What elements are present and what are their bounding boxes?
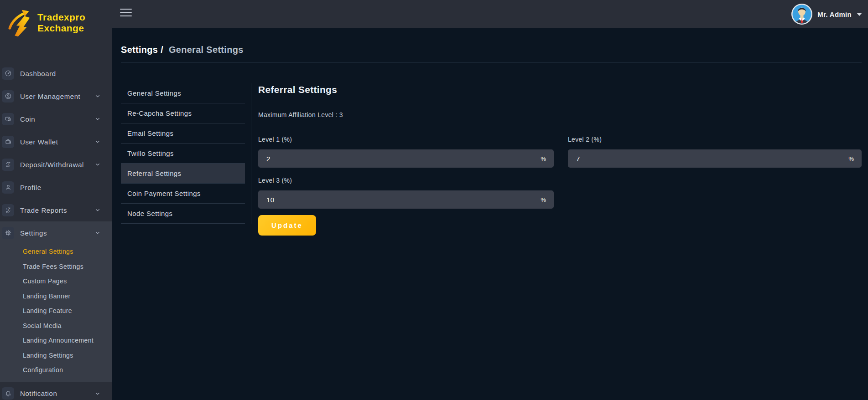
- referral-settings-panel: Referral Settings Maximum Affiliation Le…: [258, 84, 862, 236]
- tab-node-settings[interactable]: Node Settings: [121, 204, 245, 224]
- chevron-down-icon: [94, 93, 101, 99]
- brand-name-line2: Exchange: [37, 23, 85, 34]
- sidebar-item-profile[interactable]: Profile: [0, 176, 112, 199]
- level-2-label: Level 2 (%): [568, 136, 862, 143]
- sidebar-item-notification[interactable]: Notification: [0, 382, 112, 400]
- chevron-down-icon: [94, 138, 101, 145]
- deposit-withdrawal-icon: $: [2, 159, 14, 171]
- brand-logo[interactable]: Tradexpro Exchange: [0, 0, 112, 46]
- sidebar-item-trade-reports[interactable]: $ Trade Reports: [0, 199, 112, 221]
- user-menu[interactable]: Mr. Admin: [791, 0, 862, 28]
- tab-recapcha-settings[interactable]: Re-Capcha Settings: [121, 103, 245, 123]
- user-name: Mr. Admin: [817, 10, 852, 18]
- main-content: Settings / General Settings General Sett…: [112, 28, 868, 400]
- referral-fields: Level 1 (%) % Level 2 (%) % Level 3 (%) …: [258, 136, 862, 209]
- percent-suffix: %: [848, 155, 854, 162]
- sidebar-subitem-landing-announcement[interactable]: Landing Announcement: [0, 333, 112, 348]
- svg-text:$: $: [7, 164, 9, 166]
- level-3-field: Level 3 (%) %: [258, 177, 554, 209]
- breadcrumb-section: Settings /: [121, 45, 163, 55]
- sidebar-item-label: User Wallet: [20, 138, 94, 146]
- sidebar-subitem-social-media[interactable]: Social Media: [0, 318, 112, 333]
- sidebar-item-label: Profile: [20, 184, 101, 191]
- chevron-down-icon: [94, 390, 101, 397]
- sidebar-subitem-landing-settings[interactable]: Landing Settings: [0, 348, 112, 363]
- sidebar-item-label: Deposit/Withdrawal: [20, 161, 94, 169]
- sidebar-subitem-general-settings[interactable]: General Settings: [0, 244, 112, 259]
- sidebar-subitem-landing-banner[interactable]: Landing Banner: [0, 289, 112, 304]
- breadcrumb-divider: [121, 62, 862, 63]
- level-1-label: Level 1 (%): [258, 136, 554, 143]
- sidebar-item-label: User Management: [20, 92, 94, 100]
- brand-logo-icon: [6, 8, 36, 37]
- settings-icon: [2, 227, 14, 239]
- sidebar: Tradexpro Exchange Dashboard User Manage…: [0, 0, 112, 400]
- user-management-icon: [2, 90, 14, 103]
- breadcrumb: Settings / General Settings: [121, 45, 244, 55]
- panel-title: Referral Settings: [258, 84, 862, 95]
- settings-tab-list: General Settings Re-Capcha Settings Emai…: [121, 83, 251, 224]
- sidebar-settings-group: Settings General Settings Trade Fees Set…: [0, 221, 112, 382]
- chevron-down-icon: [94, 116, 101, 122]
- sidebar-item-settings[interactable]: Settings: [0, 221, 112, 244]
- tab-coin-payment-settings[interactable]: Coin Payment Settings: [121, 184, 245, 204]
- chevron-down-icon: [94, 207, 101, 213]
- sidebar-item-label: Dashboard: [20, 70, 101, 77]
- chevron-down-icon: [94, 230, 101, 236]
- level-2-input[interactable]: [568, 149, 862, 168]
- sidebar-item-coin[interactable]: $ Coin: [0, 108, 112, 130]
- sidebar-subitem-custom-pages[interactable]: Custom Pages: [0, 274, 112, 289]
- sidebar-subitem-trade-fees-settings[interactable]: Trade Fees Settings: [0, 259, 112, 274]
- sidebar-subitem-landing-feature[interactable]: Landing Feature: [0, 303, 112, 318]
- percent-suffix: %: [541, 196, 546, 203]
- tab-general-settings[interactable]: General Settings: [121, 83, 245, 103]
- sidebar-item-label: Coin: [20, 115, 94, 123]
- max-affiliation-text: Maximum Affiliation Level : 3: [258, 111, 862, 118]
- avatar: [791, 4, 812, 25]
- brand-name-line1: Tradexpro: [37, 12, 85, 23]
- tab-referral-settings[interactable]: Referral Settings: [121, 164, 245, 184]
- level-3-input[interactable]: [258, 190, 554, 209]
- level-1-input[interactable]: [258, 149, 554, 168]
- breadcrumb-current: General Settings: [169, 45, 244, 55]
- hamburger-menu-icon[interactable]: [120, 9, 132, 18]
- settings-submenu: General Settings Trade Fees Settings Cus…: [0, 244, 112, 378]
- topbar: Mr. Admin: [0, 0, 868, 28]
- sidebar-item-label: Settings: [20, 229, 94, 237]
- level-3-label: Level 3 (%): [258, 177, 554, 184]
- bell-icon: [2, 387, 14, 400]
- chevron-down-icon: [94, 161, 101, 168]
- tab-twillo-settings[interactable]: Twillo Settings: [121, 144, 245, 164]
- svg-text:$: $: [7, 209, 9, 211]
- level-1-field: Level 1 (%) %: [258, 136, 554, 168]
- sidebar-item-label: Trade Reports: [20, 206, 94, 214]
- sidebar-nav: Dashboard User Management $ Coin: [0, 62, 112, 400]
- sidebar-item-deposit-withdrawal[interactable]: $ Deposit/Withdrawal: [0, 153, 112, 176]
- wallet-icon: [2, 136, 14, 148]
- sidebar-subitem-configuration[interactable]: Configuration: [0, 363, 112, 378]
- update-button[interactable]: Update: [258, 215, 316, 236]
- user-menu-caret-icon: [857, 13, 862, 16]
- dashboard-icon: [2, 67, 14, 80]
- trade-reports-icon: $: [2, 204, 14, 216]
- sidebar-item-user-management[interactable]: User Management: [0, 85, 112, 108]
- level-2-field: Level 2 (%) %: [568, 136, 862, 168]
- sidebar-item-dashboard[interactable]: Dashboard: [0, 62, 112, 85]
- sidebar-item-label: Notification: [20, 390, 94, 397]
- percent-suffix: %: [541, 155, 546, 162]
- profile-icon: [2, 181, 14, 194]
- tab-email-settings[interactable]: Email Settings: [121, 123, 245, 144]
- coin-icon: $: [2, 113, 14, 125]
- sidebar-item-user-wallet[interactable]: User Wallet: [0, 130, 112, 153]
